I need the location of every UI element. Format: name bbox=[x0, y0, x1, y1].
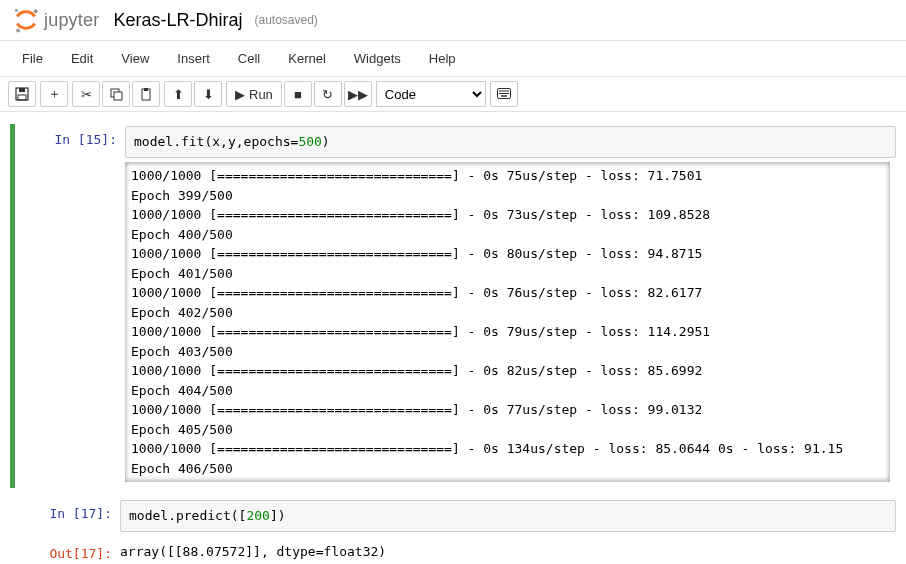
menu-widgets[interactable]: Widgets bbox=[340, 45, 415, 72]
output-text: array([[88.07572]], dtype=float32) bbox=[120, 540, 896, 559]
cell-input-area: model.predict([200]) bbox=[120, 500, 896, 532]
svg-point-1 bbox=[34, 9, 38, 13]
menu-insert[interactable]: Insert bbox=[163, 45, 224, 72]
output-area: array([[88.07572]], dtype=float32) bbox=[120, 540, 896, 564]
autosave-status: (autosaved) bbox=[254, 13, 317, 27]
scissors-icon: ✂ bbox=[81, 87, 92, 102]
menu-edit[interactable]: Edit bbox=[57, 45, 107, 72]
input-prompt: In [17]: bbox=[10, 500, 120, 532]
svg-rect-7 bbox=[114, 92, 122, 100]
cell-output-17: Out[17]: array([[88.07572]], dtype=float… bbox=[10, 538, 896, 564]
interrupt-button[interactable]: ■ bbox=[284, 81, 312, 107]
move-up-button[interactable]: ⬆ bbox=[164, 81, 192, 107]
plus-icon: ＋ bbox=[48, 85, 61, 103]
move-down-button[interactable]: ⬇ bbox=[194, 81, 222, 107]
restart-button[interactable]: ↻ bbox=[314, 81, 342, 107]
menu-cell[interactable]: Cell bbox=[224, 45, 274, 72]
output-prompt: Out[17]: bbox=[10, 540, 120, 564]
logo-text: jupyter bbox=[44, 10, 99, 31]
output-area: 1000/1000 [=============================… bbox=[125, 158, 896, 486]
fast-forward-icon: ▶▶ bbox=[348, 87, 368, 102]
celltype-select[interactable]: Code bbox=[376, 81, 486, 107]
stop-icon: ■ bbox=[294, 87, 302, 102]
run-label: Run bbox=[249, 87, 273, 102]
menu-help[interactable]: Help bbox=[415, 45, 470, 72]
save-icon bbox=[15, 87, 29, 101]
output-scrolled[interactable]: 1000/1000 [=============================… bbox=[125, 162, 890, 482]
copy-button[interactable] bbox=[102, 81, 130, 107]
menu-kernel[interactable]: Kernel bbox=[274, 45, 340, 72]
paste-button[interactable] bbox=[132, 81, 160, 107]
svg-rect-4 bbox=[19, 88, 25, 92]
add-cell-button[interactable]: ＋ bbox=[40, 81, 68, 107]
notebook-container: In [15]: model.fit(x,y,epochs=500) 1000/… bbox=[0, 112, 906, 564]
cell-code-15[interactable]: In [15]: model.fit(x,y,epochs=500) 1000/… bbox=[10, 124, 896, 488]
logo: jupyter bbox=[12, 6, 99, 34]
save-button[interactable] bbox=[8, 81, 36, 107]
arrow-down-icon: ⬇ bbox=[203, 87, 214, 102]
copy-icon bbox=[109, 87, 123, 101]
output-text: 1000/1000 [=============================… bbox=[131, 166, 884, 482]
cell-code-17[interactable]: In [17]: model.predict([200]) bbox=[10, 498, 896, 534]
app-header: jupyter Keras-LR-Dhiraj (autosaved) bbox=[0, 0, 906, 41]
input-prompt: In [15]: bbox=[15, 126, 125, 486]
arrow-up-icon: ⬆ bbox=[173, 87, 184, 102]
cell-input-area: model.fit(x,y,epochs=500) 1000/1000 [===… bbox=[125, 126, 896, 486]
svg-rect-5 bbox=[18, 95, 26, 100]
svg-rect-9 bbox=[144, 88, 148, 91]
paste-icon bbox=[139, 87, 153, 101]
jupyter-logo-icon bbox=[12, 6, 40, 34]
menubar: File Edit View Insert Cell Kernel Widget… bbox=[0, 41, 906, 77]
restart-run-button[interactable]: ▶▶ bbox=[344, 81, 372, 107]
cut-button[interactable]: ✂ bbox=[72, 81, 100, 107]
keyboard-icon bbox=[497, 88, 511, 100]
menu-file[interactable]: File bbox=[8, 45, 57, 72]
run-icon: ▶︎ bbox=[235, 87, 245, 102]
svg-point-0 bbox=[15, 9, 18, 12]
menu-view[interactable]: View bbox=[107, 45, 163, 72]
restart-icon: ↻ bbox=[322, 87, 333, 102]
toolbar: ＋ ✂ ⬆ ⬇ ▶︎ Run ■ ↻ ▶▶ Code bbox=[0, 77, 906, 112]
code-editor[interactable]: model.predict([200]) bbox=[120, 500, 896, 532]
run-button[interactable]: ▶︎ Run bbox=[226, 81, 282, 107]
command-palette-button[interactable] bbox=[490, 81, 518, 107]
code-editor[interactable]: model.fit(x,y,epochs=500) bbox=[125, 126, 896, 158]
notebook-name[interactable]: Keras-LR-Dhiraj bbox=[113, 10, 242, 31]
svg-point-2 bbox=[16, 29, 20, 33]
